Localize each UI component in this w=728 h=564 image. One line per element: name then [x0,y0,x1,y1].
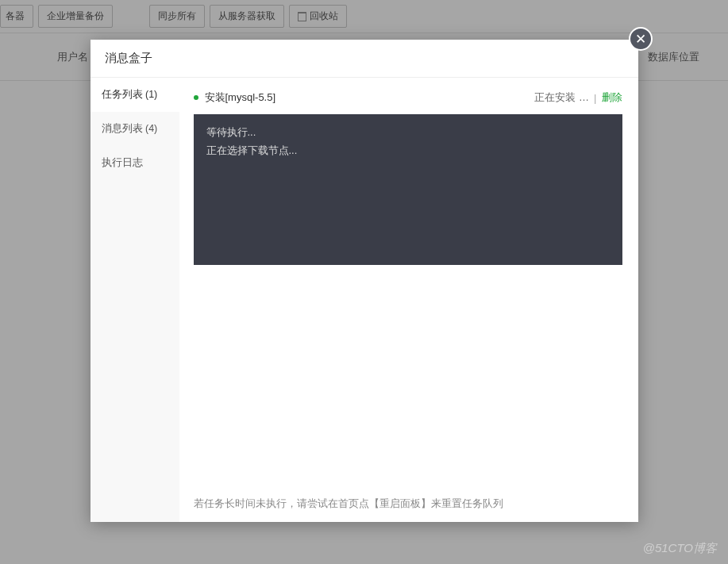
footer-tip: 若任务长时间未执行，请尝试在首页点【重启面板】来重置任务队列 [194,489,622,511]
task-name: 安装[mysql-5.5] [205,90,276,105]
sidebar-item-message-list[interactable]: 消息列表 (4) [91,112,179,146]
close-icon: ✕ [635,31,646,48]
status-dot-icon [194,95,198,100]
modal-sidebar: 任务列表 (1) 消息列表 (4) 执行日志 [91,78,179,522]
modal-overlay[interactable]: ✕ 消息盒子 任务列表 (1) 消息列表 (4) 执行日志 安装[mysql-5… [0,0,728,564]
delete-button[interactable]: 删除 [602,90,622,105]
separator: | [594,92,596,104]
close-button[interactable]: ✕ [629,27,653,51]
sidebar-item-exec-log[interactable]: 执行日志 [91,146,179,180]
task-header: 安装[mysql-5.5] 正在安装 … | 删除 [194,90,622,114]
log-line: 正在选择下载节点... [206,142,610,160]
task-name-wrap: 安装[mysql-5.5] [194,90,276,105]
modal-body: 任务列表 (1) 消息列表 (4) 执行日志 安装[mysql-5.5] 正在安… [91,78,638,522]
log-terminal: 等待执行... 正在选择下载节点... [194,114,622,265]
sidebar-item-task-list[interactable]: 任务列表 (1) [91,78,179,112]
message-box-modal: ✕ 消息盒子 任务列表 (1) 消息列表 (4) 执行日志 安装[mysql-5… [91,40,638,522]
log-line: 等待执行... [206,124,610,142]
task-status: 正在安装 … [534,90,589,105]
modal-main: 安装[mysql-5.5] 正在安装 … | 删除 等待执行... 正在选择下载… [179,78,638,522]
task-actions: 正在安装 … | 删除 [534,90,622,105]
modal-title: 消息盒子 [91,40,638,78]
